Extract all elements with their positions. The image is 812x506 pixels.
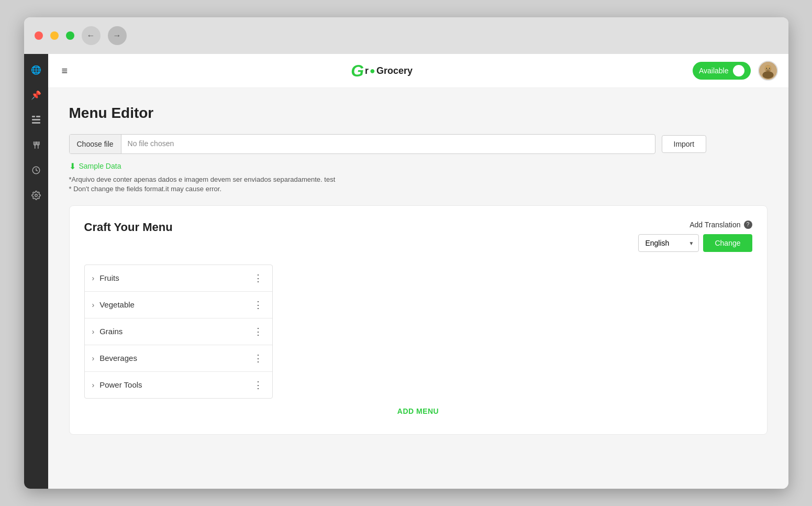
chevron-right-icon: › xyxy=(92,327,95,336)
chevron-right-icon: › xyxy=(92,381,95,389)
toggle-knob xyxy=(733,65,744,76)
menu-item-label: Fruits xyxy=(99,273,119,282)
file-name-display: No file chosen xyxy=(121,135,655,153)
clock-icon[interactable] xyxy=(29,163,43,178)
app-logo: G r ● Grocery xyxy=(351,61,413,81)
language-select-wrapper: English Portuguese Spanish French xyxy=(638,234,699,252)
craft-title: Craft Your Menu xyxy=(84,221,173,234)
topbar-right: Available xyxy=(693,61,778,81)
available-toggle[interactable]: Available xyxy=(693,62,751,80)
grid-icon[interactable] xyxy=(29,113,43,127)
file-input-wrapper: Choose file No file chosen xyxy=(69,134,655,154)
sidebar: 🌐 📌 xyxy=(24,54,48,489)
language-select[interactable]: English Portuguese Spanish French xyxy=(638,234,699,252)
craft-card-header: Craft Your Menu Add Translation ? Englis… xyxy=(84,221,752,252)
menu-item-left: › Power Tools xyxy=(92,380,142,389)
utensils-icon[interactable] xyxy=(29,138,43,152)
svg-rect-1 xyxy=(36,116,40,117)
menu-item[interactable]: › Vegetable ⋮ xyxy=(85,292,272,318)
minimize-button[interactable] xyxy=(50,31,59,40)
craft-menu-card: Craft Your Menu Add Translation ? Englis… xyxy=(69,205,767,435)
menu-list: › Fruits ⋮ › Vegetable ⋮ xyxy=(84,265,273,399)
menu-item-label: Grains xyxy=(99,327,123,336)
help-icon: ? xyxy=(744,221,752,229)
chevron-right-icon: › xyxy=(92,274,95,282)
svg-rect-2 xyxy=(32,119,40,120)
translation-section: Add Translation ? English Portuguese Spa… xyxy=(638,221,752,252)
add-translation-label: Add Translation ? xyxy=(689,221,752,229)
more-options-icon[interactable]: ⋮ xyxy=(251,351,265,365)
forward-button[interactable]: → xyxy=(108,26,127,45)
download-icon: ⬇ xyxy=(69,161,76,171)
import-button[interactable]: Import xyxy=(662,135,707,153)
pin-icon[interactable]: 📌 xyxy=(29,87,43,102)
sample-data-link[interactable]: ⬇ Sample Data xyxy=(69,161,121,171)
more-options-icon[interactable]: ⋮ xyxy=(251,378,265,392)
svg-point-14 xyxy=(769,68,770,69)
svg-point-11 xyxy=(762,71,773,79)
menu-item-left: › Fruits xyxy=(92,273,119,282)
menu-item[interactable]: › Fruits ⋮ xyxy=(85,265,272,292)
menu-item[interactable]: › Power Tools ⋮ xyxy=(85,372,272,398)
page-title: Menu Editor xyxy=(69,105,767,122)
menu-item-label: Beverages xyxy=(99,354,137,362)
menu-item-left: › Vegetable xyxy=(92,300,135,309)
maximize-button[interactable] xyxy=(66,31,74,40)
logo-area: G r ● Grocery xyxy=(71,61,693,81)
svg-point-12 xyxy=(764,65,771,71)
chevron-right-icon: › xyxy=(92,354,95,362)
topbar: ≡ G r ● Grocery Available xyxy=(48,54,788,88)
avatar[interactable] xyxy=(758,61,778,81)
change-button[interactable]: Change xyxy=(703,234,752,252)
menu-item[interactable]: › Grains ⋮ xyxy=(85,318,272,345)
translation-controls: English Portuguese Spanish French Change xyxy=(638,234,752,252)
hamburger-menu-button[interactable]: ≡ xyxy=(59,62,71,80)
svg-rect-3 xyxy=(32,122,40,124)
back-button[interactable]: ← xyxy=(82,26,101,45)
svg-rect-0 xyxy=(32,116,35,117)
more-options-icon[interactable]: ⋮ xyxy=(251,325,265,338)
add-menu-button[interactable]: ADD MENU xyxy=(84,399,752,424)
note-1: *Arquivo deve conter apenas dados e imag… xyxy=(69,175,767,183)
browser-titlebar: ← → xyxy=(24,17,788,54)
close-button[interactable] xyxy=(35,31,43,40)
more-options-icon[interactable]: ⋮ xyxy=(251,271,265,285)
chevron-right-icon: › xyxy=(92,301,95,309)
menu-item-left: › Beverages xyxy=(92,354,137,362)
svg-point-13 xyxy=(766,68,767,69)
menu-item-label: Power Tools xyxy=(99,380,142,389)
menu-item-label: Vegetable xyxy=(99,300,135,309)
gear-icon[interactable] xyxy=(29,188,43,203)
globe-icon[interactable]: 🌐 xyxy=(29,62,43,77)
svg-point-8 xyxy=(35,194,37,197)
menu-item-left: › Grains xyxy=(92,327,123,336)
more-options-icon[interactable]: ⋮ xyxy=(251,298,265,312)
menu-item[interactable]: › Beverages ⋮ xyxy=(85,345,272,372)
content-area: Menu Editor Choose file No file chosen I… xyxy=(48,88,788,489)
file-upload-row: Choose file No file chosen Import xyxy=(69,134,767,154)
choose-file-button[interactable]: Choose file xyxy=(70,135,121,153)
note-2: * Don't change the fields format.it may … xyxy=(69,185,767,193)
